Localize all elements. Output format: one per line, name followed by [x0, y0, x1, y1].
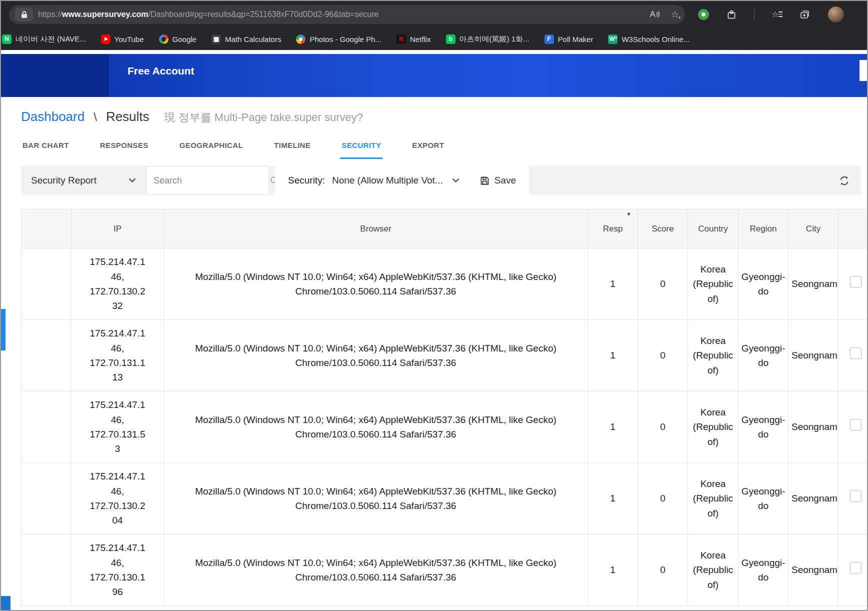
bookmark-item[interactable]: W³ W3Schools Online...	[608, 34, 690, 44]
security-mode-label: Security:	[288, 175, 325, 186]
city-cell: Seongnam	[788, 320, 838, 392]
tab-export[interactable]: EXPORT	[410, 134, 446, 159]
tab-timeline[interactable]: TIMELINE	[272, 134, 312, 159]
tab-geographical[interactable]: GEOGRAPHICAL	[178, 134, 244, 159]
row-checkbox[interactable]	[850, 490, 862, 502]
resp-cell: 1	[588, 392, 638, 463]
score-cell: 0	[638, 320, 688, 392]
chevron-down-icon	[452, 178, 460, 183]
add-favorite-star-icon[interactable]: ☆＋	[671, 9, 679, 20]
security-mode-select[interactable]: None (Allow Multiple Vot...	[332, 175, 460, 186]
header-region[interactable]: Region	[738, 210, 788, 248]
table-row: 175.214.47.146, 172.70.130.232 Mozilla/5…	[22, 248, 868, 320]
row-checkbox[interactable]	[850, 419, 862, 430]
resp-cell: 1	[588, 320, 638, 392]
bookmark-item[interactable]: YouTube	[101, 34, 144, 44]
row-blank-cell	[22, 248, 72, 320]
breadcrumb-dashboard-link[interactable]: Dashboard	[21, 109, 84, 124]
header-score[interactable]: Score	[638, 210, 688, 248]
browser-cell: Mozilla/5.0 (Windows NT 10.0; Win64; x64…	[164, 463, 588, 534]
page-content: Free Account Dashboard \ Results 現 정부를 M…	[1, 50, 867, 610]
header-resp[interactable]: ▼Resp	[588, 210, 638, 248]
lock-icon	[20, 10, 28, 18]
header-country[interactable]: Country	[688, 210, 738, 248]
score-cell: 0	[638, 392, 688, 463]
score-cell: 0	[638, 534, 688, 606]
region-cell: Gyeonggi-do	[738, 463, 788, 534]
row-select-cell	[838, 392, 868, 463]
adblock-extension-icon[interactable]	[698, 9, 709, 20]
url-text[interactable]: https://www.supersurvey.com/Dashboard#pg…	[38, 10, 645, 19]
table-row: 175.214.47.146, 172.70.131.53 Mozilla/5.…	[22, 392, 868, 463]
results-table-wrap: IP Browser ▼Resp Score Country Region Ci…	[21, 209, 867, 606]
page-corner-artifact	[1, 596, 10, 610]
tab-bar-chart[interactable]: BAR CHART	[21, 134, 70, 159]
browser-cell: Mozilla/5.0 (Windows NT 10.0; Win64; x64…	[164, 320, 588, 392]
netflix-icon: N	[396, 34, 406, 44]
collections-icon[interactable]	[800, 10, 810, 20]
bookmark-item[interactable]: N 네이버 사전 (NAVE...	[2, 34, 86, 44]
header-browser[interactable]: Browser	[164, 210, 588, 248]
bookmark-item[interactable]: F Poll Maker	[544, 34, 594, 44]
resp-cell: 1	[588, 248, 638, 320]
bookmark-item[interactable]: N Netflix	[396, 34, 431, 44]
poll-maker-icon: F	[544, 34, 554, 44]
row-checkbox[interactable]	[850, 276, 862, 288]
refresh-button[interactable]	[838, 175, 850, 186]
header-blank	[22, 210, 72, 248]
region-cell: Gyeonggi-do	[738, 248, 788, 320]
bookmark-item[interactable]: Photos - Google Ph...	[296, 34, 381, 44]
vertical-scrollbar-thumb[interactable]	[1, 309, 6, 350]
row-checkbox[interactable]	[850, 348, 862, 359]
bookmark-item[interactable]: Google	[159, 34, 196, 44]
security-toolbar: Security Report Security: None (Allow Mu…	[21, 166, 861, 195]
breadcrumb-current-page: Results	[106, 109, 150, 124]
favorites-bar-icon[interactable]: ☆	[772, 10, 782, 20]
country-cell: Korea (Republic of)	[688, 534, 738, 606]
address-bar[interactable]: https://www.supersurvey.com/Dashboard#pg…	[9, 5, 685, 24]
results-tab-bar: BAR CHARTRESPONSESGEOGRAPHICALTIMELINESE…	[1, 134, 867, 159]
score-cell: 0	[638, 248, 688, 320]
browser-window: https://www.supersurvey.com/Dashboard#pg…	[0, 0, 868, 611]
row-blank-cell	[22, 534, 72, 606]
city-cell: Seongnam	[788, 534, 838, 606]
header-city[interactable]: City	[788, 210, 838, 248]
save-button[interactable]: Save	[480, 175, 516, 186]
w3schools-icon: W³	[608, 34, 618, 44]
region-cell: Gyeonggi-do	[738, 534, 788, 606]
page-banner: Free Account	[1, 54, 867, 97]
read-aloud-icon[interactable]: A	[650, 10, 660, 20]
city-cell: Seongnam	[788, 463, 838, 534]
ip-cell: 175.214.47.146, 172.70.131.53	[72, 392, 164, 463]
browser-cell: Mozilla/5.0 (Windows NT 10.0; Win64; x64…	[164, 248, 588, 320]
header-ip[interactable]: IP	[72, 210, 164, 248]
tab-security[interactable]: SECURITY	[340, 134, 382, 159]
table-row: 175.214.47.146, 172.70.131.113 Mozilla/5…	[22, 320, 868, 392]
ip-cell: 175.214.47.146, 172.70.131.113	[72, 320, 164, 392]
browser-cell: Mozilla/5.0 (Windows NT 10.0; Win64; x64…	[164, 534, 588, 606]
browser-chrome: https://www.supersurvey.com/Dashboard#pg…	[1, 1, 867, 28]
ip-cell: 175.214.47.146, 172.70.130.232	[72, 248, 164, 320]
ip-cell: 175.214.47.146, 172.70.130.196	[72, 534, 164, 606]
report-type-select[interactable]: Security Report	[21, 166, 146, 195]
search-input[interactable]	[154, 176, 270, 186]
extensions-puzzle-icon[interactable]	[726, 9, 737, 20]
country-cell: Korea (Republic of)	[688, 392, 738, 463]
toolbar-divider	[754, 9, 754, 20]
tab-responses[interactable]: RESPONSES	[98, 134, 150, 159]
youtube-icon	[101, 34, 110, 44]
bookmark-item[interactable]: b 아츠히메(篤姬) 1화...	[446, 34, 530, 44]
row-blank-cell	[22, 463, 72, 534]
browser-cell: Mozilla/5.0 (Windows NT 10.0; Win64; x64…	[164, 392, 588, 463]
calculator-icon: ▦	[212, 34, 221, 44]
resp-cell: 1	[588, 534, 638, 606]
city-cell: Seongnam	[788, 392, 838, 463]
bookmark-item[interactable]: ▦ Math Calculators	[212, 34, 282, 44]
site-permissions-button[interactable]	[15, 8, 33, 22]
city-cell: Seongnam	[788, 248, 838, 320]
search-box	[146, 166, 269, 195]
table-row: 175.214.47.146, 172.70.130.204 Mozilla/5…	[22, 463, 868, 534]
row-checkbox[interactable]	[850, 562, 862, 574]
header-checkbox	[838, 210, 868, 248]
profile-avatar[interactable]	[828, 6, 844, 22]
